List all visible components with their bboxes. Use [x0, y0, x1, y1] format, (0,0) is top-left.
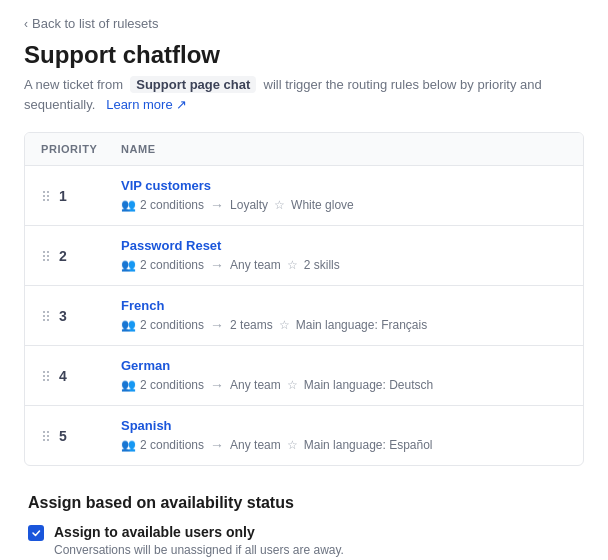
priority-number-2: 2 [59, 248, 67, 264]
conditions-1: 👥 2 conditions [121, 198, 204, 212]
rule-cell-5: Spanish 👥 2 conditions → Any team ☆ Main… [121, 418, 567, 453]
priority-cell-5: 5 [41, 428, 121, 444]
conditions-3: 👥 2 conditions [121, 318, 204, 332]
people-icon-5: 👥 [121, 438, 136, 452]
arrow-icon-1: → [210, 197, 224, 213]
table-header: PRIORITY NAME [25, 133, 583, 166]
team-4: Any team [230, 378, 281, 392]
team-3: 2 teams [230, 318, 273, 332]
rule-meta-2: 👥 2 conditions → Any team ☆ 2 skills [121, 257, 567, 273]
rule-name-1[interactable]: VIP customers [121, 178, 567, 193]
arrow-icon-4: → [210, 377, 224, 393]
people-icon-1: 👥 [121, 198, 136, 212]
skill-5: Main language: Español [304, 438, 433, 452]
conditions-5: 👥 2 conditions [121, 438, 204, 452]
rule-cell-1: VIP customers 👥 2 conditions → Loyalty ☆… [121, 178, 567, 213]
people-icon-2: 👥 [121, 258, 136, 272]
table-row: 3 French 👥 2 conditions → 2 teams ☆ Main… [25, 286, 583, 346]
drag-handle-4[interactable] [41, 369, 51, 383]
assign-section-title: Assign based on availability status [28, 494, 580, 512]
skill-2: 2 skills [304, 258, 340, 272]
conditions-2: 👥 2 conditions [121, 258, 204, 272]
learn-more-link[interactable]: Learn more ↗ [103, 97, 188, 112]
star-icon-2: ☆ [287, 258, 298, 272]
assign-row: Assign to available users only Conversat… [28, 524, 580, 557]
assign-section: Assign based on availability status Assi… [24, 494, 584, 557]
rule-cell-4: German 👥 2 conditions → Any team ☆ Main … [121, 358, 567, 393]
rule-name-3[interactable]: French [121, 298, 567, 313]
rule-name-2[interactable]: Password Reset [121, 238, 567, 253]
drag-handle-2[interactable] [41, 249, 51, 263]
arrow-icon-2: → [210, 257, 224, 273]
skill-3: Main language: Français [296, 318, 427, 332]
header-priority: PRIORITY [41, 143, 121, 155]
star-icon-4: ☆ [287, 378, 298, 392]
back-chevron-icon: ‹ [24, 17, 28, 31]
priority-number-3: 3 [59, 308, 67, 324]
conditions-4: 👥 2 conditions [121, 378, 204, 392]
skill-4: Main language: Deutsch [304, 378, 433, 392]
back-link[interactable]: ‹ Back to list of rulesets [24, 16, 584, 31]
header-name: NAME [121, 143, 567, 155]
external-link-icon: ↗ [176, 97, 187, 112]
page-description: A new ticket from Support page chat will… [24, 75, 584, 114]
page-container: ‹ Back to list of rulesets Support chatf… [0, 0, 608, 560]
priority-number-5: 5 [59, 428, 67, 444]
rule-meta-4: 👥 2 conditions → Any team ☆ Main languag… [121, 377, 567, 393]
trigger-source: Support page chat [130, 76, 256, 93]
page-title: Support chatflow [24, 41, 584, 69]
description-prefix: A new ticket from [24, 77, 123, 92]
team-2: Any team [230, 258, 281, 272]
rules-table: PRIORITY NAME 1 VIP customers 👥 2 condit… [24, 132, 584, 466]
back-link-label: Back to list of rulesets [32, 16, 158, 31]
team-1: Loyalty [230, 198, 268, 212]
priority-cell-3: 3 [41, 308, 121, 324]
rule-cell-3: French 👥 2 conditions → 2 teams ☆ Main l… [121, 298, 567, 333]
people-icon-4: 👥 [121, 378, 136, 392]
skill-1: White glove [291, 198, 354, 212]
drag-handle-3[interactable] [41, 309, 51, 323]
priority-cell-4: 4 [41, 368, 121, 384]
priority-cell-2: 2 [41, 248, 121, 264]
drag-handle-5[interactable] [41, 429, 51, 443]
drag-handle-1[interactable] [41, 189, 51, 203]
priority-number-1: 1 [59, 188, 67, 204]
assign-checkbox-label: Assign to available users only [54, 524, 344, 540]
table-row: 4 German 👥 2 conditions → Any team ☆ Mai… [25, 346, 583, 406]
rule-name-4[interactable]: German [121, 358, 567, 373]
table-row: 1 VIP customers 👥 2 conditions → Loyalty… [25, 166, 583, 226]
rule-meta-1: 👥 2 conditions → Loyalty ☆ White glove [121, 197, 567, 213]
assign-text-container: Assign to available users only Conversat… [54, 524, 344, 557]
people-icon-3: 👥 [121, 318, 136, 332]
table-row: 5 Spanish 👥 2 conditions → Any team ☆ Ma… [25, 406, 583, 465]
team-5: Any team [230, 438, 281, 452]
rule-cell-2: Password Reset 👥 2 conditions → Any team… [121, 238, 567, 273]
star-icon-3: ☆ [279, 318, 290, 332]
assign-checkbox[interactable] [28, 525, 44, 541]
priority-number-4: 4 [59, 368, 67, 384]
arrow-icon-5: → [210, 437, 224, 453]
priority-cell-1: 1 [41, 188, 121, 204]
learn-more-label: Learn more [106, 97, 172, 112]
star-icon-1: ☆ [274, 198, 285, 212]
rule-meta-5: 👥 2 conditions → Any team ☆ Main languag… [121, 437, 567, 453]
rule-meta-3: 👥 2 conditions → 2 teams ☆ Main language… [121, 317, 567, 333]
rule-name-5[interactable]: Spanish [121, 418, 567, 433]
star-icon-5: ☆ [287, 438, 298, 452]
table-row: 2 Password Reset 👥 2 conditions → Any te… [25, 226, 583, 286]
assign-sub-text: Conversations will be unassigned if all … [54, 543, 344, 557]
arrow-icon-3: → [210, 317, 224, 333]
